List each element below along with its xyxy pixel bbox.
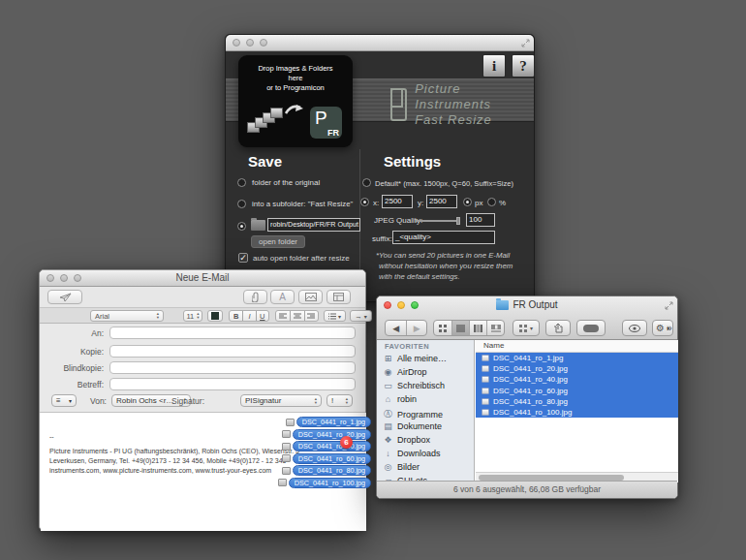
image-file-icon <box>482 388 489 394</box>
attachment-item[interactable]: DSC_0441_ro_80.jpg <box>279 465 371 476</box>
auto-open-checkbox[interactable]: ✓ <box>238 253 248 263</box>
drag-count-badge: 6 <box>340 436 353 449</box>
quality-slider-track[interactable] <box>416 220 458 222</box>
stationery-button[interactable] <box>326 290 351 304</box>
bold-button[interactable]: B <box>230 311 242 321</box>
file-row[interactable]: DSC_0441_ro_80.jpg <box>476 396 678 407</box>
home-icon: ⌂ <box>383 394 393 404</box>
sidebar-item-downloads[interactable]: ↓Downloads <box>383 449 441 458</box>
attachment-item[interactable]: DSC_0441_ro_100.jpg <box>279 478 371 488</box>
file-row[interactable]: DSC_0441_ro_60.jpg <box>476 386 678 396</box>
suffix-value-field[interactable]: _<quality> <box>392 231 495 244</box>
window-controls <box>233 39 267 47</box>
toolbar-overflow-button[interactable]: » <box>667 323 672 333</box>
attach-button[interactable] <box>243 290 267 304</box>
back-button[interactable]: ◀ <box>386 321 406 335</box>
file-row[interactable]: DSC_0441_ro_20.jpg <box>476 363 678 374</box>
italic-button[interactable]: I <box>242 311 255 321</box>
minimize-button[interactable] <box>246 39 254 47</box>
to-field[interactable] <box>109 327 356 339</box>
indent-button[interactable]: → ▾ <box>350 310 372 322</box>
help-button[interactable]: ? <box>512 54 535 78</box>
file-row[interactable]: DSC_0441_ro_40.jpg <box>476 374 678 385</box>
note-line2: without hesitation when you resize them <box>379 262 513 270</box>
zoom-button[interactable] <box>260 39 267 47</box>
auto-open-label: auto open folder after resize <box>253 254 350 263</box>
radio-folder-of-original[interactable] <box>237 178 246 187</box>
bcc-field[interactable] <box>109 361 356 374</box>
icon-view-button[interactable] <box>434 321 451 335</box>
signature-select[interactable]: PISignatur ▴▾ <box>240 394 322 407</box>
radio-default[interactable] <box>362 178 371 187</box>
send-button[interactable] <box>47 290 82 304</box>
attachment-item[interactable]: DSC_0441_ro_60.jpg <box>279 453 371 464</box>
arrange-button[interactable]: ▾ <box>513 320 540 336</box>
sidebar-item-home[interactable]: ⌂robin <box>383 394 417 404</box>
sidebar-item-all-my-files[interactable]: ⊞Alle meine… <box>383 354 447 363</box>
info-button[interactable]: i <box>482 54 506 78</box>
format-bar: Arial ▴▾ 11 ▴▾ B I U ▾ <box>40 308 365 324</box>
open-folder-button[interactable]: open folder <box>251 235 305 248</box>
subject-field[interactable] <box>109 378 356 390</box>
photo-browser-button[interactable] <box>298 290 323 304</box>
y-value-field[interactable]: 2500 <box>426 195 457 208</box>
mail-titlebar[interactable]: Neue E-Mail <box>40 270 365 287</box>
indent-arrow-icon: → <box>355 312 362 321</box>
sidebar-item-airdrop[interactable]: ◉AirDrop <box>383 367 427 377</box>
attachment-item[interactable]: DSC_0441_ro_20.jpg <box>279 429 371 440</box>
radio-percent[interactable] <box>487 198 496 206</box>
suffix-label: suffix: <box>372 234 392 243</box>
radio-into-subfolder[interactable] <box>237 200 246 208</box>
close-button[interactable] <box>233 39 240 47</box>
fullscreen-icon[interactable] <box>521 39 530 47</box>
font-family-select[interactable]: Arial ▴▾ <box>90 310 164 322</box>
share-button[interactable] <box>545 320 571 336</box>
attachment-item[interactable]: DSC_0441_ro_1.jpg <box>279 417 371 427</box>
quality-slider-handle[interactable] <box>456 217 460 225</box>
sidebar-item-applications[interactable]: ⒶProgramme <box>383 408 443 420</box>
align-left-button[interactable] <box>276 311 290 321</box>
radio-custom-size[interactable] <box>360 198 369 206</box>
radio-px[interactable] <box>463 198 472 206</box>
sidebar-item-desktop[interactable]: ▭Schreibtisch <box>383 381 445 390</box>
forward-button[interactable]: ▶ <box>406 321 426 335</box>
check-icon: ✓ <box>239 253 247 263</box>
attachment-item[interactable]: DSC_0441_ro_40.jpg <box>279 441 371 451</box>
sidebar-item-dropbox[interactable]: ❖Dropbox <box>383 435 430 445</box>
column-view-button[interactable] <box>469 321 486 335</box>
sidebar-item-pictures[interactable]: ◎Bilder <box>383 462 420 472</box>
cc-field[interactable] <box>109 345 356 358</box>
column-header-name[interactable]: Name <box>476 340 678 353</box>
list-view-button[interactable] <box>451 321 469 335</box>
text-color-button[interactable] <box>207 310 223 322</box>
fast-resize-titlebar[interactable] <box>226 35 534 51</box>
signature-label: Signatur: <box>140 396 204 406</box>
align-center-button[interactable] <box>290 311 303 321</box>
attachment-drag-ghost[interactable]: DSC_0441_ro_1.jpg DSC_0441_ro_20.jpg DSC… <box>279 417 371 490</box>
sidebar-item-documents[interactable]: ▤Dokumente <box>383 421 442 431</box>
coverflow-view-button[interactable] <box>486 321 504 335</box>
drop-zone[interactable]: Drop Images & Folders here or to Program… <box>238 55 353 147</box>
x-value-field[interactable]: 2500 <box>382 195 413 208</box>
tags-button[interactable] <box>576 320 606 336</box>
horizontal-scrollbar[interactable] <box>476 472 678 481</box>
folder-icon[interactable] <box>251 220 265 231</box>
fonts-button[interactable]: A <box>270 290 295 304</box>
share-icon <box>553 323 563 333</box>
quality-value-field[interactable]: 100 <box>466 213 495 227</box>
quicklook-button[interactable] <box>622 320 647 336</box>
underline-button[interactable]: U <box>256 311 268 321</box>
output-path-field[interactable]: robin/Desktop/FR/FR Output <box>267 218 360 232</box>
align-right-button[interactable] <box>304 311 318 321</box>
settings-heading: Settings <box>384 153 441 170</box>
scrollbar-thumb[interactable] <box>479 475 624 481</box>
finder-toolbar-area: FR Output ◀ ▶ ▾ <box>377 296 677 340</box>
file-row[interactable]: DSC_0441_ro_100.jpg <box>476 407 678 418</box>
file-row[interactable]: DSC_0441_ro_1.jpg <box>476 353 678 363</box>
font-size-select[interactable]: 11 ▴▾ <box>183 310 202 322</box>
list-style-button[interactable]: ▾ <box>324 310 346 322</box>
mail-header-fields: An: Kopie: Blindkopie: Betreff: ≡ ▾ Von:… <box>40 324 365 413</box>
eye-icon <box>629 325 640 332</box>
radio-custom-folder[interactable] <box>237 222 246 231</box>
priority-select[interactable]: ! ▴▾ <box>326 394 353 407</box>
